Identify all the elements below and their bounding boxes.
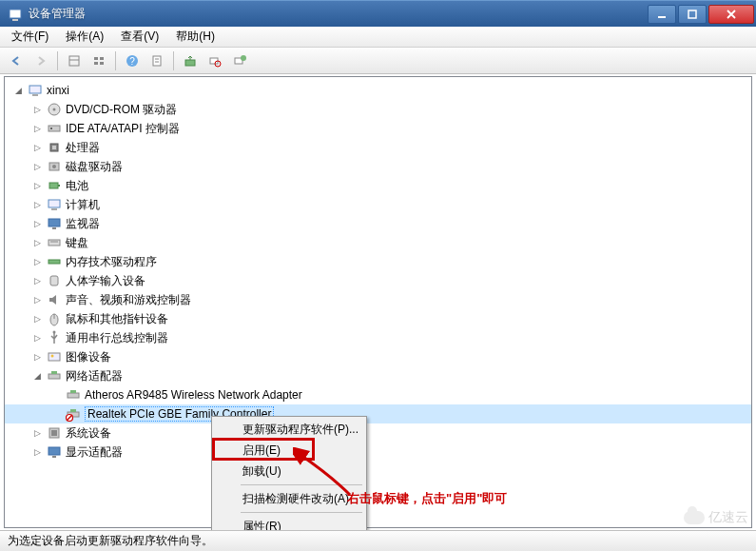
category-label: 内存技术驱动程序 bbox=[66, 254, 157, 270]
tree-category[interactable]: ▷磁盘驱动器 bbox=[5, 157, 751, 176]
expand-icon[interactable]: ▷ bbox=[31, 237, 43, 248]
tree-category[interactable]: ▷DVD/CD-ROM 驱动器 bbox=[5, 100, 751, 119]
tree-device[interactable]: Atheros AR9485 Wireless Network Adapter bbox=[5, 385, 751, 404]
statusbar: 为选定设备启动更新驱动程序软件向导。 bbox=[0, 530, 756, 551]
tree-category[interactable]: ▷鼠标和其他指针设备 bbox=[5, 309, 751, 328]
network-icon bbox=[47, 368, 62, 384]
expand-icon[interactable]: ▷ bbox=[31, 199, 43, 210]
update-driver-icon[interactable] bbox=[180, 50, 201, 71]
menu-file[interactable]: 文件(F) bbox=[4, 27, 56, 47]
tree-category[interactable]: ▷图像设备 bbox=[5, 347, 751, 366]
svg-point-44 bbox=[51, 355, 54, 358]
menu-view[interactable]: 查看(V) bbox=[113, 27, 166, 47]
scan-hardware-icon[interactable] bbox=[204, 50, 225, 71]
tree-category[interactable]: ▷系统设备 bbox=[5, 423, 751, 443]
tree-category[interactable]: ▷人体学输入设备 bbox=[5, 271, 751, 290]
cm-enable[interactable]: 启用(E) bbox=[214, 440, 364, 461]
expand-icon[interactable]: ▷ bbox=[31, 104, 43, 115]
expand-icon[interactable]: ▷ bbox=[31, 218, 43, 229]
netadapter-icon bbox=[66, 387, 81, 403]
expand-icon[interactable]: ▷ bbox=[31, 313, 43, 325]
category-label: 计算机 bbox=[66, 197, 100, 213]
tree-category[interactable]: ▷IDE ATA/ATAPI 控制器 bbox=[5, 119, 751, 138]
collapse-icon[interactable]: ◢ bbox=[12, 85, 24, 96]
tree-category[interactable]: ▷内存技术驱动程序 bbox=[5, 252, 751, 271]
titlebar[interactable]: 设备管理器 bbox=[0, 0, 756, 27]
menu-help[interactable]: 帮助(H) bbox=[168, 27, 223, 47]
minimize-button[interactable] bbox=[648, 5, 676, 24]
tree-category[interactable]: ▷通用串行总线控制器 bbox=[5, 328, 751, 347]
tree-category[interactable]: ▷键盘 bbox=[5, 233, 751, 252]
menu-action[interactable]: 操作(A) bbox=[58, 27, 111, 47]
maximize-button[interactable] bbox=[678, 5, 707, 24]
system-icon bbox=[47, 425, 62, 441]
svg-rect-54 bbox=[51, 430, 57, 436]
tree-device[interactable]: Realtek PCIe GBE Family Controller bbox=[5, 404, 751, 423]
category-label: 系统设备 bbox=[66, 425, 111, 442]
svg-point-23 bbox=[53, 108, 56, 111]
expand-icon[interactable]: ▷ bbox=[31, 294, 43, 305]
expand-icon[interactable]: ▷ bbox=[31, 180, 43, 191]
tree-category[interactable]: ▷声音、视频和游戏控制器 bbox=[5, 290, 751, 309]
tree-category[interactable]: ▷电池 bbox=[5, 176, 751, 195]
keyboard-icon bbox=[47, 235, 62, 250]
context-menu: 更新驱动程序软件(P)... 启用(E) 卸载(U) 扫描检测硬件改动(A) 属… bbox=[211, 416, 367, 540]
computer-icon bbox=[47, 197, 62, 212]
svg-rect-34 bbox=[48, 219, 60, 226]
cm-separator bbox=[241, 484, 362, 485]
collapse-icon[interactable]: ◢ bbox=[31, 370, 43, 382]
svg-rect-35 bbox=[52, 227, 56, 229]
svg-rect-32 bbox=[48, 200, 60, 207]
expand-icon[interactable]: ▷ bbox=[31, 256, 43, 267]
close-button[interactable] bbox=[708, 5, 754, 24]
expand-icon[interactable]: ▷ bbox=[31, 332, 43, 344]
view-detail-icon[interactable] bbox=[64, 50, 85, 71]
cm-uninstall[interactable]: 卸载(U) bbox=[214, 461, 364, 482]
svg-point-42 bbox=[53, 331, 56, 334]
expand-icon[interactable]: ▷ bbox=[31, 123, 43, 134]
properties-icon[interactable] bbox=[146, 50, 167, 71]
forward-button[interactable] bbox=[30, 50, 51, 71]
svg-rect-33 bbox=[51, 208, 57, 210]
back-button[interactable] bbox=[6, 50, 27, 71]
category-label: 图像设备 bbox=[66, 349, 111, 365]
cm-separator bbox=[241, 512, 362, 513]
category-label: 鼠标和其他指针设备 bbox=[66, 311, 168, 327]
expand-icon[interactable]: ▷ bbox=[31, 275, 43, 286]
category-label: 键盘 bbox=[66, 235, 88, 251]
svg-rect-55 bbox=[48, 447, 60, 455]
expand-icon[interactable]: ▷ bbox=[31, 427, 43, 439]
svg-rect-24 bbox=[48, 126, 60, 131]
device-tree[interactable]: ◢ xinxi ▷DVD/CD-ROM 驱动器▷IDE ATA/ATAPI 控制… bbox=[4, 76, 752, 528]
svg-rect-38 bbox=[48, 260, 60, 264]
svg-rect-31 bbox=[58, 185, 60, 187]
tree-category[interactable]: ▷计算机 bbox=[5, 195, 751, 214]
category-label: 处理器 bbox=[66, 140, 100, 156]
svg-rect-6 bbox=[94, 57, 98, 60]
cm-update-driver[interactable]: 更新驱动程序软件(P)... bbox=[214, 419, 364, 440]
svg-rect-56 bbox=[52, 456, 56, 458]
expand-icon[interactable]: ▷ bbox=[31, 446, 43, 458]
tree-category[interactable]: ◢网络适配器 bbox=[5, 366, 751, 385]
cm-scan[interactable]: 扫描检测硬件改动(A) bbox=[214, 488, 364, 509]
view-list-icon[interactable] bbox=[88, 50, 109, 71]
expand-icon[interactable]: ▷ bbox=[31, 142, 43, 153]
category-label: IDE ATA/ATAPI 控制器 bbox=[66, 121, 180, 137]
svg-rect-0 bbox=[10, 10, 21, 18]
tree-root[interactable]: ◢ xinxi bbox=[5, 81, 751, 100]
category-label: 磁盘驱动器 bbox=[66, 159, 123, 175]
monitor-icon bbox=[47, 216, 62, 231]
tree-category[interactable]: ▷显示适配器 bbox=[5, 443, 751, 462]
enable-icon[interactable] bbox=[229, 50, 250, 71]
svg-rect-46 bbox=[51, 371, 57, 374]
help-icon[interactable]: ? bbox=[122, 50, 143, 71]
svg-rect-45 bbox=[48, 374, 60, 379]
tree-category[interactable]: ▷监视器 bbox=[5, 214, 751, 233]
expand-icon[interactable]: ▷ bbox=[31, 161, 43, 172]
category-label: 通用串行总线控制器 bbox=[66, 330, 168, 346]
hid-icon bbox=[47, 273, 62, 288]
tree-category[interactable]: ▷处理器 bbox=[5, 138, 751, 157]
svg-rect-50 bbox=[70, 409, 76, 412]
expand-icon[interactable]: ▷ bbox=[31, 351, 43, 363]
mouse-icon bbox=[47, 311, 62, 326]
